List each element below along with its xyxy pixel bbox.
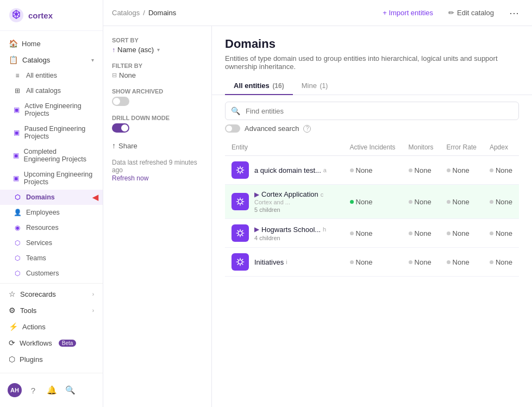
tab-all-entities[interactable]: All entities (16) — [225, 77, 293, 95]
sidebar-sub-catalogs: ≡ All entities ⊞ All catalogs ▣ Active E… — [0, 68, 103, 281]
entity-name-0: a quick domain test...a — [254, 166, 327, 174]
breadcrumb: Catalogs / Domains — [112, 9, 176, 17]
domains-icon: ⬡ — [13, 193, 22, 201]
sidebar-item-home[interactable]: 🏠 Home — [0, 35, 103, 52]
monitors-td-3: None — [402, 248, 440, 277]
workflows-beta-badge: Beta — [59, 340, 77, 347]
help-icon-btn[interactable]: ? — [26, 383, 40, 397]
active-indicator-arrow: ◀ — [92, 193, 98, 202]
right-content-panel: Domains Entities of type domain used to … — [212, 26, 532, 407]
edit-catalog-button[interactable]: ✏ Edit catalog — [444, 6, 498, 20]
entity-cell-1: ▶Cortex ApplicationcCortex and ...5 chil… — [231, 190, 337, 213]
sidebar-item-scorecards[interactable]: ☆ Scorecards › — [0, 286, 103, 302]
more-options-button[interactable]: ⋯ — [505, 5, 523, 21]
table-row[interactable]: a quick domain test...a None None None N… — [225, 156, 519, 185]
table-header: Entity Active Incidents Monitors Error R… — [225, 139, 519, 156]
topbar-actions: + Import entities ✏ Edit catalog ⋯ — [378, 5, 523, 21]
table-body: a quick domain test...a None None None N… — [225, 156, 519, 277]
table-row[interactable]: Initiativesi None None None None — [225, 248, 519, 277]
sidebar-item-customers[interactable]: ⬡ Customers — [0, 266, 103, 281]
filter-section: Filter by ⊟ None — [112, 62, 203, 79]
col-monitors: Monitors — [402, 139, 440, 156]
sidebar-bottom: AH ? 🔔 🔍 — [0, 373, 103, 407]
tab-mine[interactable]: Mine (1) — [293, 77, 336, 95]
advanced-search-toggle-dot — [226, 126, 232, 132]
monitors-dot-2 — [409, 231, 412, 235]
sidebar-label-scorecards: Scorecards — [20, 290, 56, 298]
refresh-now-link[interactable]: Refresh now — [112, 174, 148, 182]
error-rate-badge-1: None — [447, 198, 477, 206]
svg-line-22 — [237, 199, 239, 201]
search-input[interactable] — [246, 103, 518, 119]
sidebar-item-tools[interactable]: ⚙ Tools › — [0, 302, 103, 318]
sidebar-item-employees[interactable]: 👤 Employees — [0, 205, 103, 220]
tools-icon: ⚙ — [9, 306, 16, 315]
expand-icon-2[interactable]: ▶ — [254, 226, 259, 233]
employees-icon: 👤 — [13, 209, 22, 216]
col-active-incidents: Active Incidents — [343, 139, 402, 156]
notifications-icon-btn[interactable]: 🔔 — [45, 383, 59, 397]
sidebar-group-catalogs[interactable]: 📋 Catalogs ▾ — [0, 52, 103, 68]
breadcrumb-catalogs[interactable]: Catalogs — [112, 9, 140, 17]
advanced-search-label: Advanced search — [245, 124, 299, 133]
sidebar-item-domains[interactable]: ⬡ Domains ◀ — [0, 190, 103, 205]
svg-line-41 — [242, 264, 243, 265]
sidebar-item-resources[interactable]: ◉ Resources — [0, 220, 103, 235]
apdex-td-0: None — [483, 156, 519, 185]
page-header: Domains Entities of type domain used to … — [212, 26, 532, 71]
expand-icon-1[interactable]: ▶ — [254, 191, 259, 198]
sidebar-item-teams[interactable]: ⬡ Teams — [0, 251, 103, 266]
filter-selector[interactable]: ⊟ None — [112, 71, 203, 79]
sidebar-item-paused-eng[interactable]: ▣ Paused Engineering Projects — [0, 121, 103, 144]
sidebar-label-home: Home — [22, 40, 41, 48]
drill-down-toggle[interactable] — [112, 123, 129, 133]
svg-line-25 — [237, 203, 239, 205]
search-global-icon-btn[interactable]: 🔍 — [63, 383, 77, 397]
sidebar-item-active-eng[interactable]: ▣ Active Engineering Projects — [0, 98, 103, 121]
apdex-dot-2 — [490, 231, 493, 235]
topbar: Catalogs / Domains + Import entities ✏ E… — [103, 0, 532, 26]
sidebar-item-eng-intelligence[interactable]: ✦ Eng Intelligence — [0, 367, 103, 373]
import-entities-button[interactable]: + Import entities — [378, 6, 437, 20]
sidebar-item-services[interactable]: ⬡ Services — [0, 235, 103, 251]
sort-by-selector[interactable]: ↑ Name (asc) ▾ — [112, 46, 203, 54]
user-avatar[interactable]: AH — [8, 383, 22, 397]
filter-by-label: Filter by — [112, 62, 203, 69]
sidebar-label-actions: Actions — [22, 323, 46, 331]
share-button[interactable]: ↑ Share — [112, 141, 203, 150]
svg-line-34 — [237, 235, 239, 236]
sidebar-item-upcoming-eng[interactable]: ▣ Upcoming Engineering Projects — [0, 167, 103, 190]
sidebar-item-workflows[interactable]: ⟳ Workflows Beta — [0, 335, 103, 351]
sidebar-item-all-catalogs[interactable]: ⊞ All catalogs — [0, 83, 103, 98]
home-icon: 🏠 — [9, 39, 17, 48]
refresh-text: Data last refreshed 9 minutes ago — [112, 159, 203, 174]
entity-link-3[interactable]: Initiatives — [254, 258, 284, 266]
sidebar-item-actions[interactable]: ⚡ Actions — [0, 318, 103, 335]
sidebar-item-all-entities[interactable]: ≡ All entities — [0, 68, 103, 83]
entity-link-1[interactable]: Cortex Application — [261, 190, 318, 198]
advanced-search-toggle[interactable] — [225, 124, 240, 133]
entity-icon-3 — [231, 253, 249, 271]
active-incidents-badge-2: None — [350, 229, 396, 237]
col-error-rate: Error Rate — [440, 139, 483, 156]
ai-dot-0 — [350, 168, 354, 172]
entity-td-3: Initiativesi — [225, 248, 343, 277]
advanced-search-help-icon[interactable]: ? — [303, 125, 311, 133]
sidebar-label-active-eng: Active Engineering Projects — [24, 102, 94, 117]
entity-name-3: Initiativesi — [254, 258, 287, 266]
logo-area[interactable]: cortex — [0, 0, 103, 31]
entity-link-2[interactable]: Hogwarts School... — [261, 226, 321, 234]
table-row[interactable]: ▶Hogwarts School...h4 children None None… — [225, 219, 519, 248]
apdex-badge-0: None — [490, 166, 512, 174]
error-rate-td-1: None — [440, 185, 483, 219]
breadcrumb-separator: / — [143, 9, 145, 17]
sidebar-item-completed-eng[interactable]: ▣ Completed Engineering Projects — [0, 144, 103, 167]
entity-link-0[interactable]: a quick domain test... — [254, 166, 321, 174]
entity-info-2: ▶Hogwarts School...h4 children — [254, 226, 326, 241]
table-row[interactable]: ▶Cortex ApplicationcCortex and ...5 chil… — [225, 185, 519, 219]
content-area: Sort by ↑ Name (asc) ▾ Filter by ⊟ None … — [103, 26, 532, 407]
sidebar-item-plugins[interactable]: ⬡ Plugins — [0, 351, 103, 367]
show-archived-toggle[interactable] — [112, 97, 129, 106]
apdex-badge-2: None — [490, 229, 512, 237]
tools-chevron: › — [92, 308, 94, 314]
